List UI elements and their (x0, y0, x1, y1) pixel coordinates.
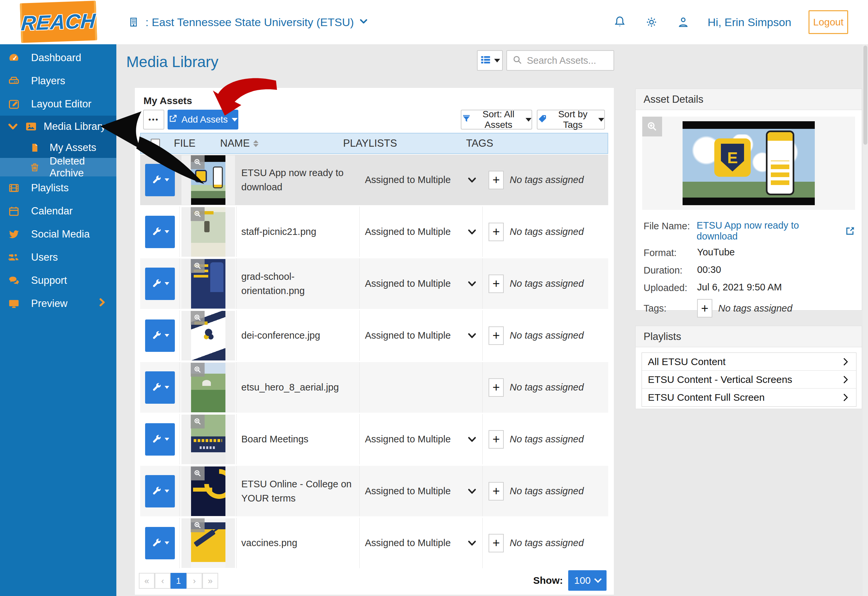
playlists-dropdown[interactable]: Assigned to Multiple (359, 466, 483, 516)
sidebar-item-my-assets[interactable]: My Assets (0, 137, 116, 158)
column-header-file[interactable]: FILE (160, 137, 217, 149)
table-row-dei-conference[interactable]: dei-conference.jpg Assigned to Multiple … (140, 310, 608, 362)
search-assets-input[interactable] (527, 55, 606, 66)
zoom-preview-icon[interactable] (191, 518, 205, 532)
pagination-last-button[interactable]: » (202, 573, 218, 589)
asset-actions-button[interactable] (145, 475, 175, 507)
playlist-item-full-screen[interactable]: ETSU Content Full Screen (642, 388, 856, 406)
zoom-preview-icon[interactable] (191, 207, 205, 221)
sidebar-item-deleted-archive[interactable]: Deleted Archive (0, 158, 116, 176)
asset-thumbnail[interactable] (182, 155, 235, 205)
view-mode-dropdown[interactable] (477, 50, 503, 71)
zoom-preview-icon[interactable] (191, 415, 205, 428)
chevron-down-icon (467, 331, 477, 341)
sort-all-assets-button[interactable]: Sort: All Assets (461, 110, 532, 130)
account-switcher[interactable]: : East Tennessee State University (ETSU) (126, 0, 368, 44)
sidebar-item-playlists[interactable]: Playlists (0, 176, 116, 199)
caret-down-icon (232, 118, 238, 122)
add-tag-button[interactable]: + (488, 430, 504, 448)
reach-logo[interactable]: REACH (20, 1, 97, 43)
zoom-preview-icon[interactable] (642, 117, 662, 136)
asset-thumbnail[interactable] (182, 363, 235, 412)
sidebar-label: Players (31, 75, 65, 87)
zoom-preview-icon[interactable] (191, 466, 205, 480)
add-tag-button[interactable]: + (488, 482, 504, 500)
asset-thumbnail[interactable] (182, 466, 235, 516)
pagination-next-button[interactable]: › (186, 573, 202, 589)
sidebar-item-dashboard[interactable]: Dashboard (0, 46, 116, 69)
playlists-dropdown[interactable]: Assigned to Multiple (359, 518, 483, 568)
sort-by-tags-button[interactable]: Sort by Tags (537, 110, 605, 130)
asset-actions-button[interactable] (145, 423, 175, 456)
sidebar-item-players[interactable]: Players (0, 69, 116, 93)
add-assets-button[interactable]: Add Assets (167, 110, 238, 130)
sidebar-item-media-library[interactable]: Media Library (0, 116, 116, 137)
add-tag-button[interactable]: + (488, 326, 504, 345)
row-file-cell (180, 518, 237, 568)
zoom-preview-icon[interactable] (191, 363, 205, 377)
playlist-item-all-etsu-content[interactable]: All ETSU Content (642, 353, 856, 371)
zoom-preview-icon[interactable] (191, 259, 205, 273)
page-size-select[interactable]: 100 (568, 570, 606, 591)
user-profile-icon[interactable] (676, 15, 691, 30)
pagination-page-1-button[interactable]: 1 (170, 573, 186, 589)
asset-thumbnail[interactable] (182, 259, 235, 308)
sidebar-item-layout-editor[interactable]: Layout Editor (0, 93, 116, 116)
table-row-vaccines[interactable]: vaccines.png Assigned to Multiple + No t… (140, 518, 608, 569)
add-tag-button[interactable]: + (488, 171, 504, 189)
table-row-grad-school[interactable]: grad-school-orientation.png Assigned to … (140, 258, 608, 310)
pagination-prev-button[interactable]: ‹ (155, 573, 170, 589)
file-name-link[interactable]: ETSU App now ready to download (697, 220, 855, 242)
sidebar-item-support[interactable]: Support (0, 269, 116, 292)
add-tag-button[interactable]: + (488, 274, 504, 293)
add-tag-button[interactable]: + (488, 223, 504, 241)
more-options-button[interactable]: ••• (143, 110, 164, 130)
sidebar-item-users[interactable]: Users (0, 246, 116, 269)
playlists-dropdown[interactable]: Assigned to Multiple (359, 155, 483, 205)
asset-thumbnail[interactable] (182, 518, 235, 568)
table-row-staff-picnic[interactable]: staff-picnic21.png Assigned to Multiple … (140, 207, 608, 258)
sidebar-item-preview[interactable]: Preview (0, 292, 116, 315)
tags-value: No tags assigned (510, 226, 584, 237)
notifications-bell-icon[interactable] (612, 15, 627, 30)
asset-name: dei-conference.jpg (237, 310, 359, 361)
asset-thumbnail[interactable] (182, 207, 235, 257)
playlists-dropdown[interactable]: Assigned to Multiple (359, 414, 483, 465)
asset-thumbnail[interactable] (182, 415, 235, 464)
asset-actions-button[interactable] (145, 320, 175, 352)
add-tag-button[interactable]: + (488, 534, 504, 552)
asset-actions-button[interactable] (145, 527, 175, 559)
add-tag-button[interactable]: + (488, 378, 504, 397)
table-row-board-meetings[interactable]: Board Meetings Assigned to Multiple + No… (140, 414, 608, 466)
pagination-first-button[interactable]: « (139, 573, 155, 589)
asset-actions-button[interactable] (145, 164, 175, 196)
settings-gear-icon[interactable] (644, 15, 659, 30)
table-row-etsu-hero-aerial[interactable]: etsu_hero_8_aerial.jpg + No tags assigne… (140, 362, 608, 414)
sidebar-label: Media Library (44, 121, 106, 133)
column-header-playlists[interactable]: PLAYLISTS (340, 137, 463, 149)
add-tag-button[interactable]: + (697, 299, 712, 317)
asset-actions-button[interactable] (145, 216, 175, 248)
column-header-tags[interactable]: TAGS (463, 137, 493, 149)
sidebar-item-social-media[interactable]: Social Media (0, 223, 116, 246)
zoom-preview-icon[interactable] (191, 311, 205, 325)
file-name-text: ETSU App now ready to download (697, 220, 841, 242)
playlists-dropdown[interactable]: Assigned to Multiple (359, 310, 483, 361)
asset-preview-image[interactable]: E (683, 121, 815, 205)
scrollbar-thumb[interactable] (864, 46, 867, 145)
table-row-etsu-app[interactable]: ETSU App now ready to download Assigned … (140, 155, 608, 207)
table-row-etsu-online[interactable]: ETSU Online - College on YOUR terms Assi… (140, 466, 608, 518)
asset-actions-button[interactable] (145, 371, 175, 404)
playlists-dropdown[interactable]: Assigned to Multiple (359, 258, 483, 309)
sidebar-item-calendar[interactable]: Calendar (0, 199, 116, 223)
asset-actions-button[interactable] (145, 268, 175, 300)
asset-thumbnail[interactable] (182, 311, 235, 360)
playlists-dropdown[interactable]: Assigned to Multiple (359, 207, 483, 257)
zoom-preview-icon[interactable] (191, 155, 205, 169)
page-scrollbar[interactable] (863, 44, 868, 596)
sidebar-label: My Assets (50, 142, 96, 153)
column-header-name[interactable]: NAME (217, 137, 340, 149)
select-all-checkbox[interactable] (151, 139, 160, 148)
logout-button[interactable]: Logout (809, 10, 848, 34)
playlist-item-vertical-screens[interactable]: ETSU Content - Vertical Screens (642, 371, 856, 388)
